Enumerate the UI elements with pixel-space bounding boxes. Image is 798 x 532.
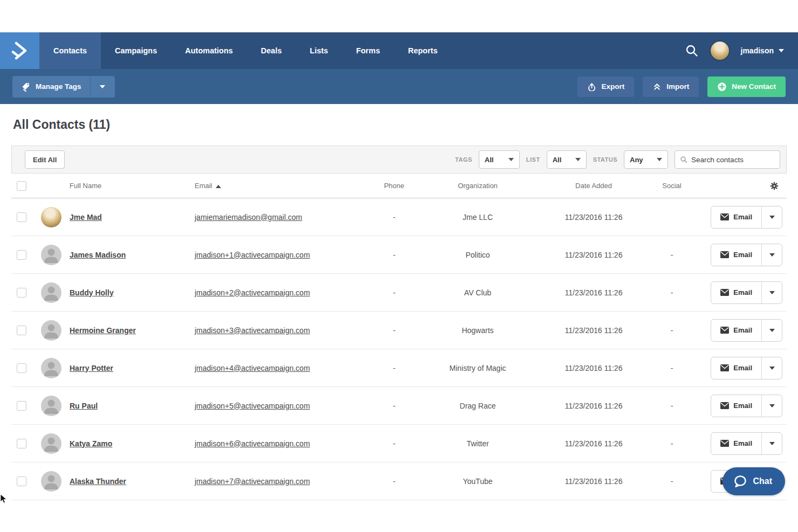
column-header-full-name[interactable]: Full Name: [70, 182, 195, 190]
contact-avatar: [41, 433, 61, 454]
email-action-button[interactable]: Email: [711, 357, 761, 379]
contact-name-link[interactable]: Jme Mad: [70, 213, 102, 222]
contact-name-link[interactable]: Alaska Thunder: [70, 477, 126, 486]
contact-name-link[interactable]: Ru Paul: [70, 402, 98, 410]
email-action-button[interactable]: Email: [711, 395, 761, 417]
email-action-dropdown[interactable]: [761, 244, 782, 266]
select-all-checkbox[interactable]: [17, 181, 26, 191]
nav-tab[interactable]: Contacts: [39, 32, 101, 69]
email-action-dropdown[interactable]: [761, 433, 782, 454]
nav-tab[interactable]: Forms: [342, 32, 394, 69]
contact-date-added: 11/23/2016 11:26: [540, 213, 648, 222]
manage-tags-dropdown[interactable]: [90, 76, 115, 98]
column-header-phone[interactable]: Phone: [373, 182, 416, 190]
chat-button[interactable]: Chat: [723, 467, 785, 495]
nav-tab[interactable]: Reports: [394, 32, 452, 69]
email-action-dropdown[interactable]: [761, 357, 782, 379]
column-header-social[interactable]: Social: [648, 182, 696, 190]
plus-circle-icon: [717, 82, 727, 92]
contact-name-link[interactable]: Katya Zamo: [70, 439, 112, 448]
contact-name-link[interactable]: Harry Potter: [70, 364, 113, 372]
export-button[interactable]: Export: [577, 77, 634, 97]
email-action-button[interactable]: Email: [711, 320, 761, 341]
nav-tab-label: Automations: [185, 46, 233, 55]
chevron-down-icon: [779, 49, 784, 52]
contacts-page: Contacts Campaigns Automations Deals Lis…: [0, 0, 798, 532]
nav-tabs: Contacts Campaigns Automations Deals Lis…: [39, 32, 452, 69]
email-action-dropdown[interactable]: [761, 282, 782, 303]
contact-organization: Hogwarts: [416, 326, 540, 335]
contact-social: -: [648, 364, 696, 372]
list-filter-select[interactable]: All: [547, 150, 587, 169]
nav-tab[interactable]: Automations: [171, 32, 247, 69]
email-action-split-button: Email: [711, 281, 782, 304]
new-contact-button[interactable]: New Contact: [707, 77, 786, 97]
user-avatar[interactable]: [710, 40, 730, 61]
person-silhouette-icon: [41, 245, 61, 265]
search-icon[interactable]: [685, 44, 699, 58]
person-silhouette-icon: [41, 320, 61, 341]
nav-right: jmadison: [685, 32, 798, 69]
gear-icon[interactable]: [769, 181, 779, 191]
activecampaign-logo[interactable]: [0, 32, 39, 69]
nav-tab[interactable]: Deals: [247, 32, 296, 69]
status-filter-select[interactable]: Any: [624, 150, 668, 169]
user-menu[interactable]: jmadison: [741, 46, 784, 55]
row-checkbox[interactable]: [17, 288, 26, 298]
email-action-dropdown[interactable]: [761, 395, 782, 417]
envelope-icon: [720, 327, 729, 334]
edit-all-button[interactable]: Edit All: [25, 150, 65, 169]
nav-tab[interactable]: Campaigns: [101, 32, 171, 69]
contact-name-link[interactable]: Buddy Holly: [70, 288, 114, 297]
contact-email-link[interactable]: jmadison+2@activecampaign.com: [195, 288, 310, 297]
contact-email-link[interactable]: jmadison+5@activecampaign.com: [195, 402, 310, 410]
email-action-dropdown[interactable]: [761, 320, 782, 341]
chevron-down-icon: [769, 404, 775, 407]
contact-email-link[interactable]: jmadison+3@activecampaign.com: [195, 326, 310, 335]
envelope-icon: [720, 251, 729, 258]
contact-name-link[interactable]: James Madison: [70, 251, 126, 259]
email-action-button[interactable]: Email: [711, 433, 761, 454]
email-action-dropdown[interactable]: [761, 206, 782, 228]
email-action-label: Email: [733, 364, 752, 372]
contact-email-link[interactable]: jmadison+7@activecampaign.com: [195, 477, 310, 486]
contact-phone: -: [373, 213, 416, 222]
email-action-button[interactable]: Email: [711, 244, 761, 266]
import-button[interactable]: Import: [643, 77, 699, 97]
contact-phone: -: [373, 402, 416, 410]
row-checkbox[interactable]: [17, 212, 26, 222]
tags-filter-label: TAGS: [455, 156, 472, 163]
contact-email-link[interactable]: jmadison+6@activecampaign.com: [195, 439, 310, 448]
row-checkbox[interactable]: [17, 363, 26, 373]
email-action-button[interactable]: Email: [711, 282, 761, 303]
email-action-split-button: Email: [711, 357, 782, 379]
row-checkbox[interactable]: [17, 250, 26, 260]
manage-tags-button[interactable]: Manage Tags: [12, 76, 90, 98]
contact-email-link[interactable]: jamiemariemadison@gmail.com: [195, 213, 302, 222]
email-action-button[interactable]: Email: [711, 206, 761, 228]
column-header-date-added[interactable]: Date Added: [540, 182, 648, 190]
row-checkbox[interactable]: [17, 476, 26, 486]
email-action-split-button: Email: [711, 319, 782, 342]
contact-social: -: [648, 402, 696, 410]
envelope-icon: [720, 289, 729, 296]
row-checkbox[interactable]: [17, 326, 26, 335]
row-checkbox[interactable]: [17, 401, 26, 411]
column-header-organization[interactable]: Organization: [416, 182, 540, 190]
nav-tab-label: Forms: [356, 46, 380, 55]
contact-date-added: 11/23/2016 11:26: [540, 402, 648, 410]
tags-filter-select[interactable]: All: [479, 150, 520, 169]
email-action-label: Email: [733, 402, 752, 410]
contact-email-link[interactable]: jmadison+1@activecampaign.com: [195, 251, 310, 259]
nav-tab-label: Lists: [310, 46, 328, 55]
contact-name-link[interactable]: Hermoine Granger: [70, 326, 136, 335]
column-header-email[interactable]: Email: [195, 182, 373, 190]
chevron-down-icon: [769, 329, 775, 332]
export-icon: [587, 82, 596, 91]
search-contacts-input[interactable]: [691, 156, 775, 164]
contact-row: Buddy Holly jmadison+2@activecampaign.co…: [11, 274, 787, 312]
nav-tab[interactable]: Lists: [296, 32, 342, 69]
row-checkbox[interactable]: [17, 439, 26, 448]
manage-tags-label: Manage Tags: [36, 82, 81, 91]
contact-email-link[interactable]: jmadison+4@activecampaign.com: [195, 364, 310, 372]
